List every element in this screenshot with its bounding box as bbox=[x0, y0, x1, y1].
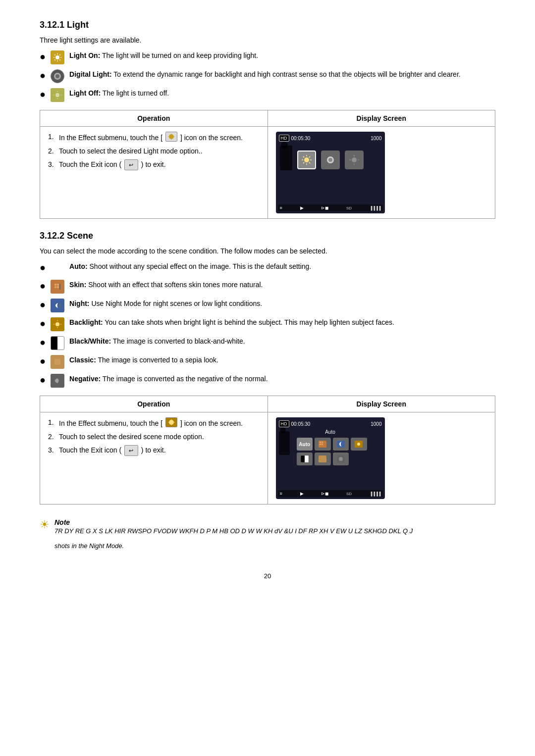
screen-time: 00:05:30 bbox=[291, 136, 311, 141]
screen-light-icon-1 bbox=[297, 151, 316, 169]
light-on-icon bbox=[51, 50, 64, 64]
screen-sd-label: SD bbox=[346, 206, 352, 210]
svg-rect-70 bbox=[319, 455, 326, 462]
svg-line-6 bbox=[59, 59, 60, 60]
bullet-dot: ● bbox=[40, 87, 46, 101]
light-off-text: Light Off: The light is turned off. bbox=[69, 88, 169, 99]
scene-step-1: 1. In the Effect submenu, touch the [ ] … bbox=[48, 417, 260, 429]
step-text: Touch the Exit icon ( ↩ ) to exit. bbox=[59, 445, 166, 456]
step-number: 1. bbox=[48, 417, 59, 428]
light-display-screen-cell: HD 00:05:30 1000 bbox=[268, 127, 495, 219]
step-text: Touch to select the desired scene mode o… bbox=[59, 432, 204, 442]
bullet-dot: ● bbox=[40, 278, 46, 293]
scene-classic-btn bbox=[315, 453, 331, 465]
skin-icon bbox=[51, 280, 64, 294]
svg-point-54 bbox=[169, 420, 174, 425]
scene-step-2: 2. Touch to select the desired scene mod… bbox=[48, 432, 260, 442]
svg-rect-44 bbox=[59, 303, 60, 308]
svg-point-0 bbox=[55, 55, 59, 59]
light-step-1: 1. In the Effect submenu, touch the [ ] … bbox=[48, 132, 260, 143]
negative-icon bbox=[51, 374, 64, 388]
section-scene-title: 3.12.2 Scene bbox=[40, 231, 495, 241]
screen-zoom-btn: ⊳◼ bbox=[321, 205, 328, 210]
light-step-3: 3. Touch the Exit icon ( ↩ ) to exit. bbox=[48, 159, 260, 170]
bullet-dot: ● bbox=[40, 335, 46, 350]
list-item: ● Classic: The image is converted to a s… bbox=[40, 355, 495, 369]
step-text: In the Effect submenu, touch the [ ] ico… bbox=[59, 132, 243, 143]
svg-line-29 bbox=[303, 162, 304, 163]
screen-battery: ▐▐▐▐ bbox=[370, 206, 381, 210]
light-on-text: Light On: The light will be turned on an… bbox=[69, 50, 258, 61]
svg-point-21 bbox=[304, 157, 309, 162]
screen-top-bar: HD 00:05:30 1000 bbox=[279, 135, 382, 142]
scene-negative-btn bbox=[333, 453, 349, 465]
scene-icons-grid: Auto bbox=[279, 436, 382, 467]
svg-point-31 bbox=[328, 158, 332, 162]
list-item: ● Digital Light: To extend the dynamic r… bbox=[40, 69, 495, 83]
note-scrambled-text: 7R DY RE G X S LK HIR RWSPO FVODW WKFH D… bbox=[54, 526, 413, 536]
bullet-dot: ● bbox=[40, 49, 46, 64]
screen-bottom-bar: ≡ ▶ ⊳◼ SD ▐▐▐▐ bbox=[278, 204, 383, 211]
bullet-dot: ● bbox=[40, 353, 46, 368]
step-number: 2. bbox=[48, 432, 59, 442]
display-col-header: Display Screen bbox=[268, 110, 495, 127]
svg-line-7 bbox=[59, 54, 60, 55]
light-bullet-list: ● Light On: The light will be turned on … bbox=[40, 50, 495, 102]
svg-point-11 bbox=[55, 93, 59, 97]
bw-text: Black/White: The image is converted to b… bbox=[69, 336, 245, 347]
screen-count: 1000 bbox=[371, 421, 381, 427]
scene-skin-btn bbox=[315, 438, 331, 451]
scene-bullet-list: ● Auto: Shoot without any special effect… bbox=[40, 261, 495, 388]
scene-bw-btn bbox=[297, 453, 313, 465]
list-item: ● Backlight: You can take shots when bri… bbox=[40, 317, 495, 331]
scene-operation-table: Operation Display Screen 1. In the Effec… bbox=[40, 396, 495, 504]
screen-time: 00:05:30 bbox=[291, 421, 311, 427]
silhouette bbox=[280, 146, 292, 170]
screen-sd-label: SD bbox=[346, 492, 352, 496]
svg-rect-62 bbox=[320, 444, 321, 445]
backlight-icon bbox=[51, 317, 64, 331]
auto-text: Auto: Shoot without any special effect o… bbox=[69, 261, 311, 272]
light-icons-row bbox=[279, 151, 382, 169]
svg-rect-68 bbox=[305, 455, 309, 462]
digital-light-icon bbox=[51, 69, 64, 83]
svg-line-27 bbox=[309, 162, 310, 163]
light-op-steps-cell: 1. In the Effect submenu, touch the [ ] … bbox=[40, 127, 268, 219]
light-steps-list: 1. In the Effect submenu, touch the [ ] … bbox=[48, 132, 260, 170]
step-text: In the Effect submenu, touch the [ ] ico… bbox=[59, 417, 243, 429]
hd-badge: HD bbox=[279, 135, 289, 142]
screen-menu-btn: ≡ bbox=[280, 205, 282, 210]
negative-text: Negative: The image is converted as the … bbox=[69, 374, 268, 384]
svg-point-32 bbox=[352, 157, 357, 162]
page-number: 20 bbox=[40, 572, 495, 580]
backlight-text: Backlight: You can take shots when brigh… bbox=[69, 317, 394, 328]
svg-rect-42 bbox=[59, 284, 60, 290]
night-icon bbox=[51, 299, 64, 312]
scene-display-screen: HD 00:05:30 1000 Auto Auto bbox=[276, 417, 385, 499]
scene-display-screen-cell: HD 00:05:30 1000 Auto Auto bbox=[268, 412, 495, 504]
svg-line-8 bbox=[54, 59, 55, 60]
light-step-2: 2. Touch to select the desired Light mod… bbox=[48, 146, 260, 156]
screen-light-icon-2 bbox=[321, 151, 340, 169]
note-italic-text: shots in the Night Mode. bbox=[54, 541, 413, 551]
scene-silhouette-head bbox=[280, 427, 286, 433]
note-box: ☀ Note 7R DY RE G X S LK HIR RWSPO FVODW… bbox=[40, 516, 495, 557]
note-title: Note bbox=[54, 518, 70, 526]
svg-rect-52 bbox=[54, 359, 60, 365]
light-operation-table: Operation Display Screen 1. In the Effec… bbox=[40, 110, 495, 219]
svg-rect-61 bbox=[321, 442, 323, 443]
note-icon: ☀ bbox=[40, 518, 50, 531]
svg-rect-67 bbox=[301, 455, 305, 462]
svg-point-46 bbox=[55, 322, 59, 326]
bw-icon bbox=[51, 336, 64, 350]
scene-step-3: 3. Touch the Exit icon ( ↩ ) to exit. bbox=[48, 445, 260, 456]
night-text: Night: Use Night Mode for night scenes o… bbox=[69, 299, 262, 309]
svg-rect-39 bbox=[57, 284, 59, 286]
exit-icon-inline: ↩ bbox=[124, 445, 138, 456]
scene-op-steps-cell: 1. In the Effect submenu, touch the [ ] … bbox=[40, 412, 268, 504]
scene-night-btn bbox=[333, 438, 349, 451]
screen-count: 1000 bbox=[371, 136, 381, 141]
scene-op-col-header: Operation bbox=[40, 396, 268, 412]
bullet-dot: ● bbox=[40, 297, 46, 312]
silhouette-head bbox=[281, 142, 288, 149]
